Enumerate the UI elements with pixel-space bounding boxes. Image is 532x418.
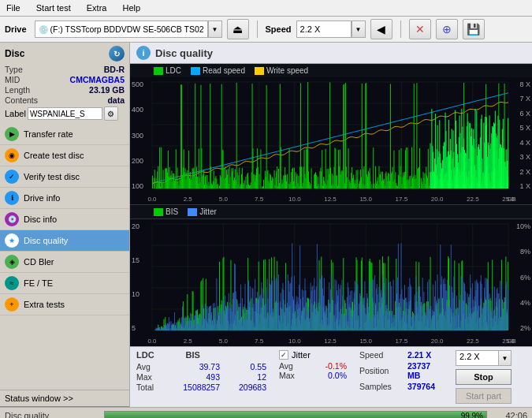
ldc-color xyxy=(154,67,163,75)
disc-contents-row: Contents data xyxy=(5,95,125,105)
bis-color xyxy=(154,208,163,216)
speed-value: 2.2 X xyxy=(300,24,321,34)
samples-row: Samples 379764 xyxy=(359,382,443,391)
y-top-left-200: 200 xyxy=(132,157,143,165)
sidebar-item-verify-test-disc[interactable]: ✓ Verify test disc xyxy=(0,166,129,188)
disc-header: Disc ↻ xyxy=(5,46,125,62)
nav-items: ▶ Transfer rate ◉ Create test disc ✓ Ver… xyxy=(0,124,129,390)
verify-test-disc-label: Verify test disc xyxy=(24,172,80,181)
y-bot-left-10: 10 xyxy=(132,290,140,298)
position-value: 23737 MB xyxy=(407,361,443,380)
sidebar-item-cd-bler[interactable]: ◈ CD Bler xyxy=(0,252,129,273)
mid-value: CMCMAGBA5 xyxy=(70,75,125,84)
sidebar-item-extra-tests[interactable]: + Extra tests xyxy=(0,294,129,315)
y-top-7x: 7 X xyxy=(519,95,530,103)
total-bis-value: 209683 xyxy=(223,383,266,392)
read-speed-color xyxy=(191,67,200,75)
max-jitter-label: Max xyxy=(279,371,304,380)
toolbar: Drive 💿 (F:) TSSTcorp BDDVDW SE-506CB TS… xyxy=(0,17,532,43)
max-label: Max xyxy=(136,372,162,382)
transfer-rate-label: Transfer rate xyxy=(24,129,73,139)
y-top-4x: 4 X xyxy=(519,139,530,147)
menu-help[interactable]: Help xyxy=(119,2,143,14)
label-label: Label xyxy=(5,109,26,118)
menu-file[interactable]: File xyxy=(3,2,24,14)
ldc-legend-label: LDC xyxy=(166,66,181,75)
avg-jitter-value: -0.1% xyxy=(307,361,347,371)
copy-btn[interactable]: ⊕ xyxy=(436,19,458,39)
menu-start-test[interactable]: Start test xyxy=(33,2,74,14)
y-top-3x: 3 X xyxy=(519,153,530,161)
sidebar-item-disc-quality[interactable]: ★ Disc quality xyxy=(0,230,129,252)
status-window-btn[interactable]: Status window >> xyxy=(0,390,129,407)
stats-panel: LDC BIS Avg 39.73 0.55 Max 493 12 Total … xyxy=(130,346,532,407)
cd-bler-icon: ◈ xyxy=(5,255,19,269)
legend-bis: BIS xyxy=(154,207,178,216)
back-btn[interactable]: ◀ xyxy=(370,19,392,39)
toolbar-sep-1 xyxy=(257,21,258,38)
y-top-5x: 5 X xyxy=(519,124,530,132)
disc-header-label: Disc xyxy=(5,48,24,59)
jitter-stats: ✓ Jitter Avg -0.1% Max 0.0% xyxy=(279,350,347,380)
avg-bis-value: 0.55 xyxy=(223,362,266,371)
disc-quality-header: i Disc quality xyxy=(130,43,532,64)
sidebar-item-drive-info[interactable]: ℹ Drive info xyxy=(0,188,129,209)
speed-select[interactable]: 2.2 X xyxy=(296,21,352,38)
label-input[interactable] xyxy=(28,107,102,120)
speed-combo-arrow[interactable]: ▼ xyxy=(499,350,512,366)
start-part-button: Start part xyxy=(456,388,512,404)
jitter-checkbox[interactable]: ✓ xyxy=(279,350,288,360)
jitter-color xyxy=(188,208,197,216)
y-top-8x: 8 X xyxy=(519,80,530,88)
sidebar-item-fe-te[interactable]: ≈ FE / TE xyxy=(0,273,129,294)
top-chart-legend: LDC Read speed Write speed xyxy=(130,64,532,77)
drive-info-label: Drive info xyxy=(24,193,60,203)
speed-dropdown-btn[interactable]: ▼ xyxy=(352,21,366,38)
max-ldc-value: 493 xyxy=(165,372,220,382)
disc-info-panel: Disc ↻ Type BD-R MID CMCMAGBA5 Length 23… xyxy=(0,43,129,124)
eject-btn[interactable]: ⏏ xyxy=(227,19,249,39)
y-bot-10pct: 10% xyxy=(516,222,530,230)
drive-dropdown-btn[interactable]: ▼ xyxy=(208,21,222,38)
dq-icon: i xyxy=(136,46,151,60)
sidebar-item-disc-info[interactable]: 💿 Disc info xyxy=(0,209,129,230)
fe-te-label: FE / TE xyxy=(24,278,53,288)
ldc-col-header: LDC xyxy=(136,350,154,360)
sidebar-item-create-test-disc[interactable]: ◉ Create test disc xyxy=(0,145,129,166)
disc-length-row: Length 23.19 GB xyxy=(5,85,125,95)
menu-extra[interactable]: Extra xyxy=(84,2,110,14)
save-btn[interactable]: 💾 xyxy=(463,19,485,39)
extra-tests-icon: + xyxy=(5,297,19,312)
cd-bler-label: CD Bler xyxy=(24,257,54,267)
status-time: 42:06 xyxy=(492,411,527,419)
bis-col-header: BIS xyxy=(186,350,200,360)
avg-jitter-row: Avg -0.1% xyxy=(279,361,347,371)
toolbar-sep-2 xyxy=(400,21,401,38)
disc-refresh-icon[interactable]: ↻ xyxy=(109,46,125,62)
jitter-header: ✓ Jitter xyxy=(279,350,347,360)
mid-label: MID xyxy=(5,75,20,84)
y-bot-2pct: 2% xyxy=(516,324,530,332)
disc-mid-row: MID CMCMAGBA5 xyxy=(5,75,125,84)
stop-button[interactable]: Stop xyxy=(456,369,512,385)
progress-bar-fill xyxy=(105,412,486,419)
speed-row: Speed 2.21 X xyxy=(359,350,443,360)
max-jitter-value: 0.0% xyxy=(307,371,347,380)
erase-btn[interactable]: ✕ xyxy=(409,19,431,39)
content-area: i Disc quality LDC Read speed Write spee… xyxy=(130,43,532,407)
speed-combo: 2.2 X ▼ xyxy=(456,350,512,366)
fe-te-icon: ≈ xyxy=(5,276,19,290)
y-top-1x: 1 X xyxy=(519,182,530,190)
sidebar-item-transfer-rate[interactable]: ▶ Transfer rate xyxy=(0,124,129,145)
menubar: File Start test Extra Help xyxy=(0,0,532,17)
disc-quality-icon: ★ xyxy=(5,233,19,248)
stats-header-row: LDC BIS xyxy=(136,350,266,360)
speed-combo-box[interactable]: 2.2 X xyxy=(456,350,499,366)
speed-label: Speed xyxy=(266,24,292,34)
label-settings-btn[interactable]: ⚙ xyxy=(104,106,118,121)
jitter-legend-label: Jitter xyxy=(199,207,217,216)
drive-value: (F:) TSSTcorp BDDVDW SE-506CB TS02 xyxy=(50,24,204,34)
verify-test-disc-icon: ✓ xyxy=(5,170,19,184)
drive-select[interactable]: 💿 (F:) TSSTcorp BDDVDW SE-506CB TS02 xyxy=(35,21,208,38)
legend-jitter: Jitter xyxy=(188,207,217,216)
